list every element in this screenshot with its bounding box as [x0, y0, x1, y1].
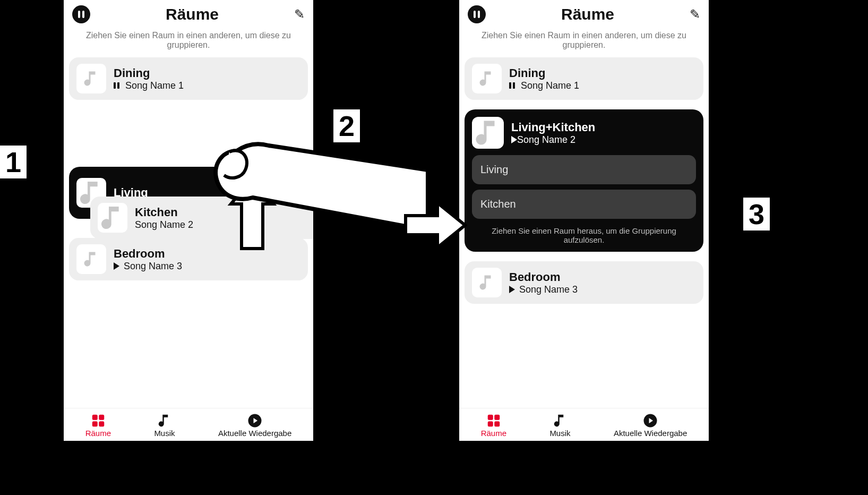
tab-nowplaying[interactable]: Aktuelle Wiedergabe	[218, 413, 291, 438]
pause-icon	[114, 80, 121, 91]
global-pause-button[interactable]	[468, 5, 486, 23]
album-art-icon	[76, 244, 106, 274]
tab-music[interactable]: Musik	[549, 413, 570, 438]
room-song: Song Name 1	[114, 80, 184, 91]
page-subhead: Ziehen Sie einen Raum in einen anderen, …	[64, 25, 313, 57]
room-card-dining[interactable]: Dining Song Name 1	[69, 57, 308, 100]
album-art-icon	[472, 117, 504, 149]
group-member[interactable]: Living	[472, 155, 696, 184]
group-name: Living+Kitchen	[511, 121, 595, 134]
tab-label: Räume	[481, 429, 506, 438]
room-song: Song Name 1	[509, 80, 579, 91]
pause-icon	[509, 80, 517, 91]
svg-rect-2	[92, 421, 98, 426]
room-name: Bedroom	[509, 270, 578, 284]
nowplaying-icon	[642, 413, 658, 429]
svg-rect-7	[488, 421, 493, 426]
tab-label: Aktuelle Wiedergabe	[218, 429, 291, 438]
play-icon	[511, 136, 517, 143]
tab-rooms[interactable]: Räume	[481, 413, 506, 438]
play-icon	[114, 262, 119, 270]
titlebar: Räume ✎	[64, 0, 313, 25]
tab-label: Räume	[85, 429, 111, 438]
music-icon	[552, 413, 568, 429]
svg-rect-5	[488, 415, 493, 420]
room-card-bedroom[interactable]: Bedroom Song Name 3	[465, 261, 703, 304]
tab-label: Musik	[549, 429, 570, 438]
album-art-icon	[76, 64, 106, 93]
room-song: Song Name 3	[114, 261, 182, 272]
album-art-icon	[472, 268, 502, 297]
room-name: Dining	[114, 66, 184, 80]
global-pause-button[interactable]	[72, 5, 90, 23]
music-icon	[157, 413, 173, 429]
svg-rect-0	[92, 415, 98, 420]
step-1-arrow	[30, 156, 67, 177]
rooms-icon	[90, 413, 106, 429]
tab-nowplaying[interactable]: Aktuelle Wiedergabe	[614, 413, 687, 438]
screen-after: Räume ✎ Ziehen Sie einen Raum in einen a…	[459, 0, 709, 441]
step-3-badge: 3	[743, 198, 770, 231]
svg-rect-3	[99, 421, 104, 426]
rooms-icon	[486, 413, 502, 429]
step-1-badge: 1	[0, 146, 27, 178]
page-subhead: Ziehen Sie einen Raum in einen anderen, …	[459, 25, 709, 57]
transition-arrow	[403, 199, 467, 254]
tab-bar: Räume Musik Aktuelle Wiedergabe	[459, 408, 709, 441]
titlebar: Räume ✎	[459, 0, 709, 25]
tab-label: Aktuelle Wiedergabe	[614, 429, 687, 438]
play-icon	[509, 286, 515, 293]
room-group-card[interactable]: Living+Kitchen Song Name 2 Living Kitche…	[465, 109, 703, 252]
svg-rect-8	[494, 421, 500, 426]
group-hint: Ziehen Sie einen Raum heraus, um die Gru…	[472, 224, 696, 245]
tab-rooms[interactable]: Räume	[85, 413, 111, 438]
group-member[interactable]: Kitchen	[472, 190, 696, 219]
room-card-dining[interactable]: Dining Song Name 1	[465, 57, 703, 100]
svg-rect-1	[99, 415, 104, 420]
album-art-icon	[472, 64, 502, 93]
edit-icon[interactable]: ✎	[294, 7, 305, 22]
edit-icon[interactable]: ✎	[690, 7, 700, 22]
tab-bar: Räume Musik Aktuelle Wiedergabe	[64, 408, 313, 441]
page-title: Räume	[90, 5, 294, 23]
svg-rect-6	[494, 415, 500, 420]
tab-music[interactable]: Musik	[154, 413, 175, 438]
page-title: Räume	[486, 5, 690, 23]
room-name: Dining	[509, 66, 579, 80]
room-name: Bedroom	[114, 247, 182, 261]
tab-label: Musik	[154, 429, 175, 438]
room-list: Dining Song Name 1 Living+Kitchen	[459, 57, 709, 408]
finger-gesture-icon	[205, 135, 433, 268]
group-song: Song Name 2	[511, 134, 595, 146]
room-song: Song Name 3	[509, 284, 578, 295]
step-3-arrow	[709, 207, 746, 228]
nowplaying-icon	[247, 413, 263, 429]
